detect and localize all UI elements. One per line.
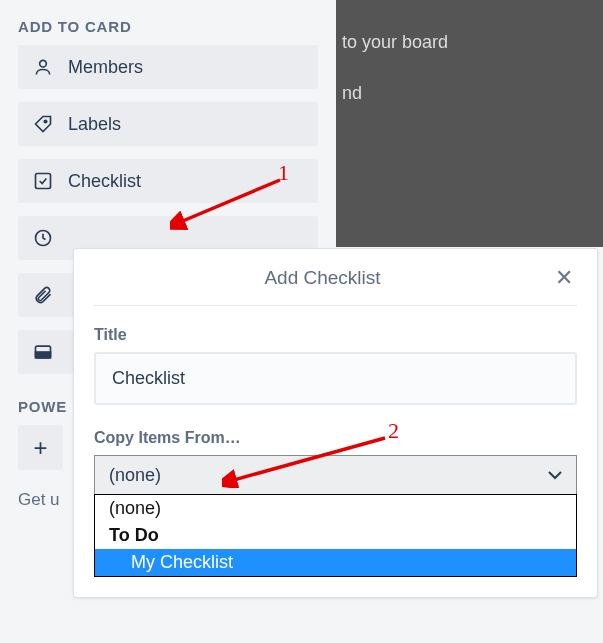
sidebar-item-label: Members [68,57,143,78]
add-powerup-button[interactable]: + [18,425,63,470]
close-button[interactable]: ✕ [551,265,577,291]
labels-button[interactable]: Labels [18,102,318,146]
tag-icon [32,113,54,135]
cover-icon [32,341,54,363]
svg-rect-5 [36,352,51,358]
chevron-down-icon [548,467,562,483]
popup-header: Add Checklist ✕ [94,265,577,306]
section-label: ADD TO CARD [18,18,318,35]
popup-title: Add Checklist [94,267,551,289]
add-checklist-popup: Add Checklist ✕ Title Copy Items From… (… [73,248,598,598]
members-button[interactable]: Members [18,45,318,89]
copy-from-label: Copy Items From… [94,429,577,447]
board-background-overlay: to your board nd [336,0,603,247]
title-input[interactable] [94,352,577,405]
paperclip-icon [32,284,54,306]
close-icon: ✕ [555,265,573,290]
checklist-button[interactable]: Checklist [18,159,318,203]
title-field-label: Title [94,326,577,344]
copy-from-select[interactable]: (none) [94,455,577,495]
plus-icon: + [33,434,47,462]
svg-point-0 [40,60,47,67]
svg-point-1 [44,120,47,123]
select-value: (none) [109,465,161,486]
clock-icon [32,227,54,249]
bg-text-line2: nd [342,79,603,108]
dropdown-option-todo[interactable]: To Do [95,522,576,549]
sidebar-item-label: Labels [68,114,121,135]
user-icon [32,56,54,78]
dropdown-option-none[interactable]: (none) [95,495,576,522]
checkbox-icon [32,170,54,192]
sidebar-item-label: Checklist [68,171,141,192]
bg-text-line1: to your board [342,28,603,57]
svg-rect-2 [36,174,51,189]
dropdown-option-mychecklist[interactable]: My Checklist [95,549,576,576]
dropdown-list: (none) To Do My Checklist [94,494,577,577]
